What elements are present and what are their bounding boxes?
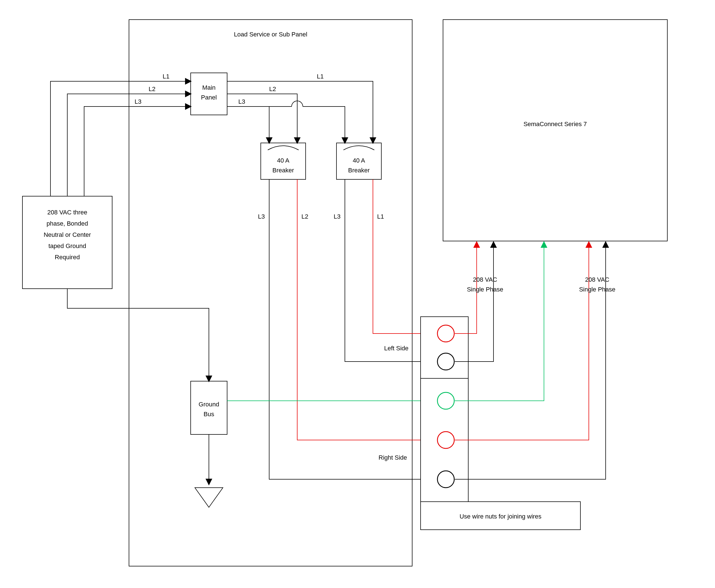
node-L2-red: [437, 432, 454, 448]
right-side-label: Right Side: [379, 454, 407, 461]
lbl-L3-in: L3: [135, 98, 141, 105]
node-L1-red: [437, 325, 454, 342]
ground-bus-box: [191, 381, 227, 435]
lbl-b1-L3: L3: [258, 213, 265, 220]
phase-right-l2: Single Phase: [579, 286, 615, 293]
source-line1: 208 VAC three: [47, 209, 87, 216]
node-L3-bot: [437, 471, 454, 488]
breaker2-l2: Breaker: [348, 167, 370, 174]
wiring-diagram: Load Service or Sub Panel SemaConnect Se…: [0, 0, 715, 588]
lbl-L1-in: L1: [163, 73, 169, 80]
sub-panel-title: Load Service or Sub Panel: [234, 31, 307, 38]
ground-bus-l1: Ground: [199, 401, 219, 408]
lbl-L3-mp: L3: [238, 98, 245, 105]
source-line4: taped Ground: [48, 243, 86, 249]
ground-bus-l2: Bus: [204, 411, 214, 418]
lbl-b2-L3: L3: [334, 213, 341, 220]
source-line3: Neutral or Center: [44, 231, 91, 238]
source-line2: phase, Bonded: [46, 220, 88, 227]
phase-right-l1: 208 VAC: [585, 276, 610, 283]
lbl-L1-mp: L1: [317, 73, 324, 80]
node-ground: [437, 392, 454, 409]
breaker1-l2: Breaker: [272, 167, 294, 174]
sema-box: [443, 20, 667, 241]
out-L2-red: [455, 245, 589, 440]
breaker2-l1: 40 A: [353, 157, 365, 164]
breaker1-l1: 40 A: [277, 157, 289, 164]
sub-panel-box: [129, 20, 412, 566]
phase-left-l1: 208 VAC: [473, 276, 497, 283]
wire-nuts-label: Use wire nuts for joining wires: [459, 513, 542, 520]
sema-label: SemaConnect Series 7: [524, 121, 587, 127]
left-side-label: Left Side: [384, 345, 409, 352]
lbl-b1-L2: L2: [302, 213, 308, 220]
phase-left-l2: Single Phase: [467, 286, 503, 293]
lbl-L2-mp: L2: [269, 85, 276, 92]
node-L3-top: [437, 353, 454, 370]
source-line5: Required: [55, 254, 80, 261]
main-panel-l1: Main: [202, 84, 216, 91]
main-panel-l2: Panel: [201, 94, 217, 101]
lbl-L2-in: L2: [149, 85, 155, 92]
lbl-b2-L1: L1: [377, 213, 384, 220]
